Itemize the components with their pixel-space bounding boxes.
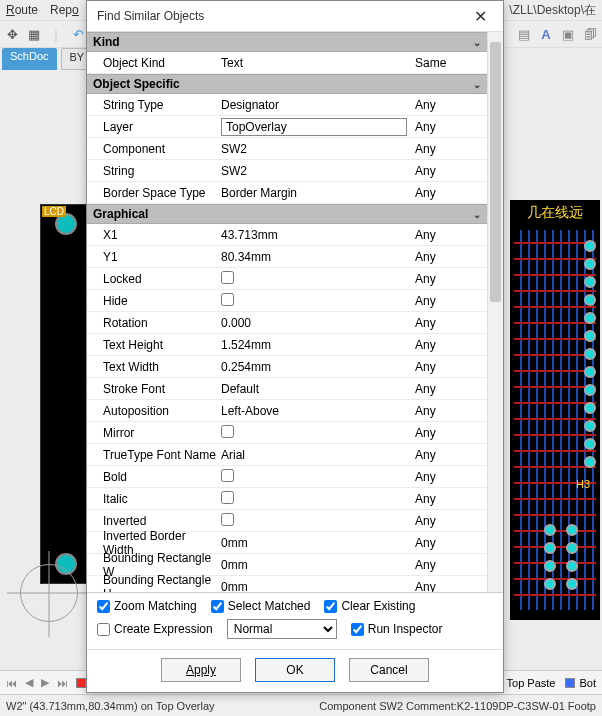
layer-bot[interactable]: Bot (565, 677, 596, 689)
property-value[interactable]: 43.713mm (217, 228, 411, 242)
grid-dots-icon[interactable]: ▤ (516, 26, 532, 42)
property-checkbox[interactable] (221, 293, 234, 306)
select-matched-checkbox[interactable] (211, 600, 224, 613)
menu-reports[interactable]: Repo (50, 3, 79, 17)
pcb-view-left[interactable] (40, 204, 88, 584)
property-value[interactable]: Border Margin (217, 186, 411, 200)
property-row[interactable]: LockedAny (87, 268, 487, 290)
tab-schdoc[interactable]: SchDoc (2, 48, 57, 70)
property-value[interactable] (217, 271, 411, 287)
chip-icon[interactable]: ▣ (560, 26, 576, 42)
match-mode[interactable]: Any (411, 228, 487, 242)
property-value[interactable]: 0.254mm (217, 360, 411, 374)
property-value[interactable]: Designator (217, 98, 411, 112)
match-mode[interactable]: Any (411, 580, 487, 593)
property-row[interactable]: Border Space TypeBorder MarginAny (87, 182, 487, 204)
run-inspector-checkbox[interactable] (351, 623, 364, 636)
dialog-titlebar[interactable]: Find Similar Objects ✕ (87, 1, 503, 31)
match-mode[interactable]: Any (411, 294, 487, 308)
close-icon[interactable]: ✕ (468, 5, 493, 28)
match-mode[interactable]: Any (411, 536, 487, 550)
section-header[interactable]: Kind⌄ (87, 32, 487, 52)
copy-icon[interactable]: 🗐 (582, 26, 598, 42)
properties-grid[interactable]: Kind⌄Object KindTextSameObject Specific⌄… (87, 32, 487, 592)
property-row[interactable]: Text Height1.524mmAny (87, 334, 487, 356)
property-row[interactable]: AutopositionLeft-AboveAny (87, 400, 487, 422)
property-value[interactable]: 0mm (217, 580, 411, 593)
match-mode[interactable]: Any (411, 120, 487, 134)
opt-zoom-matching[interactable]: Zoom Matching (97, 599, 197, 613)
property-checkbox[interactable] (221, 271, 234, 284)
dotted-box-icon[interactable]: ▦ (26, 26, 42, 42)
match-mode[interactable]: Any (411, 250, 487, 264)
match-mode[interactable]: Any (411, 404, 487, 418)
match-mode[interactable]: Any (411, 382, 487, 396)
property-row[interactable]: TrueType Font NameArialAny (87, 444, 487, 466)
property-value[interactable]: 0mm (217, 558, 411, 572)
property-checkbox[interactable] (221, 425, 234, 438)
match-mode[interactable]: Any (411, 164, 487, 178)
scrollbar-thumb[interactable] (490, 42, 501, 302)
section-header[interactable]: Object Specific⌄ (87, 74, 487, 94)
property-row[interactable]: Stroke FontDefaultAny (87, 378, 487, 400)
match-mode[interactable]: Any (411, 470, 487, 484)
match-mode[interactable]: Any (411, 142, 487, 156)
opt-select-matched[interactable]: Select Matched (211, 599, 311, 613)
property-row[interactable]: X143.713mmAny (87, 224, 487, 246)
expression-mode-select[interactable]: Normal (227, 619, 337, 639)
property-row[interactable]: String TypeDesignatorAny (87, 94, 487, 116)
property-value[interactable] (217, 491, 411, 507)
property-value[interactable]: SW2 (217, 164, 411, 178)
ok-button[interactable]: OK (255, 658, 335, 682)
nav-next-icon[interactable]: ▶ (41, 676, 49, 689)
match-mode[interactable]: Same (411, 56, 487, 70)
property-row[interactable]: Text Width0.254mmAny (87, 356, 487, 378)
property-checkbox[interactable] (221, 469, 234, 482)
match-mode[interactable]: Any (411, 360, 487, 374)
property-row[interactable]: Y180.34mmAny (87, 246, 487, 268)
property-value[interactable]: Text (217, 56, 411, 70)
nav-first-icon[interactable]: ⏮ (6, 677, 17, 689)
property-row[interactable]: ItalicAny (87, 488, 487, 510)
apply-button[interactable]: Apply (161, 658, 241, 682)
property-row[interactable]: ComponentSW2Any (87, 138, 487, 160)
property-checkbox[interactable] (221, 513, 234, 526)
document-tabs[interactable]: SchDoc BY (0, 48, 93, 70)
property-value[interactable] (217, 293, 411, 309)
match-mode[interactable]: Any (411, 514, 487, 528)
opt-run-inspector[interactable]: Run Inspector (351, 622, 443, 636)
menu-route[interactable]: Route (6, 3, 38, 17)
match-mode[interactable]: Any (411, 448, 487, 462)
property-row[interactable]: Rotation0.000Any (87, 312, 487, 334)
pcb-view-right[interactable]: 几在线远 H3 (510, 200, 600, 620)
collapse-icon[interactable]: ⌄ (473, 209, 481, 220)
property-row[interactable]: MirrorAny (87, 422, 487, 444)
section-header[interactable]: Graphical⌄ (87, 204, 487, 224)
property-value[interactable] (217, 118, 411, 136)
property-row[interactable]: LayerAny (87, 116, 487, 138)
cancel-button[interactable]: Cancel (349, 658, 429, 682)
property-row[interactable]: BoldAny (87, 466, 487, 488)
property-value[interactable]: 0.000 (217, 316, 411, 330)
property-value[interactable] (217, 513, 411, 529)
opt-clear-existing[interactable]: Clear Existing (324, 599, 415, 613)
property-value[interactable]: SW2 (217, 142, 411, 156)
text-tool-icon[interactable]: A (538, 26, 554, 42)
cross-arrow-icon[interactable]: ✥ (4, 26, 20, 42)
match-mode[interactable]: Any (411, 426, 487, 440)
opt-create-expression[interactable]: Create Expression (97, 622, 213, 636)
property-value[interactable]: 80.34mm (217, 250, 411, 264)
property-row[interactable]: StringSW2Any (87, 160, 487, 182)
clear-existing-checkbox[interactable] (324, 600, 337, 613)
property-value[interactable]: 1.524mm (217, 338, 411, 352)
vertical-scrollbar[interactable] (487, 32, 503, 592)
create-expression-checkbox[interactable] (97, 623, 110, 636)
match-mode[interactable]: Any (411, 272, 487, 286)
property-row[interactable]: HideAny (87, 290, 487, 312)
property-value[interactable] (217, 469, 411, 485)
zoom-matching-checkbox[interactable] (97, 600, 110, 613)
match-mode[interactable]: Any (411, 338, 487, 352)
property-value[interactable] (217, 425, 411, 441)
collapse-icon[interactable]: ⌄ (473, 79, 481, 90)
property-value[interactable]: Default (217, 382, 411, 396)
